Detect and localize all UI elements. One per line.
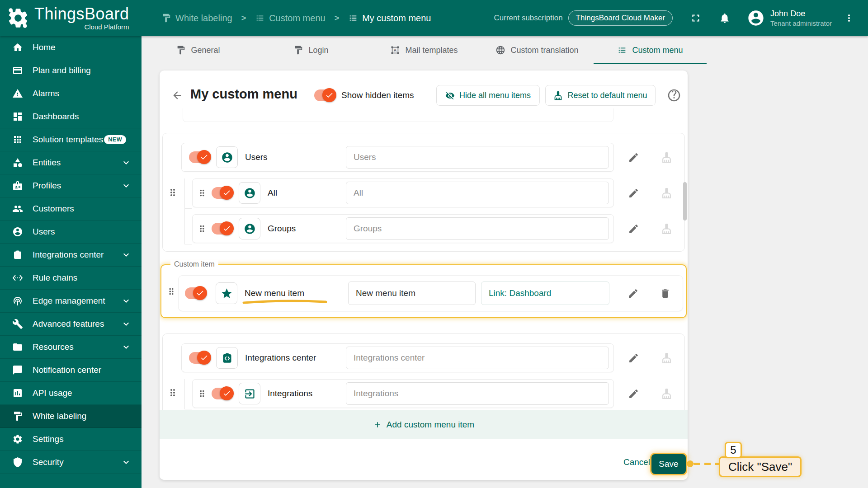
row-visibility-toggle[interactable]	[189, 151, 210, 163]
menu-item-icon-button[interactable]	[239, 218, 260, 239]
breadcrumb-custom-menu[interactable]: Custom menu	[255, 13, 326, 23]
hide-all-menu-items-button[interactable]: Hide all menu items	[436, 85, 540, 106]
drag-handle-icon[interactable]	[167, 187, 178, 198]
row-visibility-toggle[interactable]	[212, 223, 232, 235]
list-scrollbar[interactable]	[683, 182, 687, 221]
category-icon	[12, 157, 23, 168]
row-visibility-toggle[interactable]	[212, 388, 232, 399]
mailframe-icon: A	[390, 45, 400, 55]
subscription-badge[interactable]: ThingsBoard Cloud Maker	[568, 10, 673, 26]
row-visibility-toggle[interactable]	[185, 287, 206, 299]
sidebar-item-security[interactable]: Security	[0, 451, 142, 474]
user-role: Tenant administrator	[770, 19, 832, 27]
drag-handle-icon[interactable]	[167, 387, 178, 398]
home-icon	[12, 42, 23, 53]
breadcrumb-my-custom-menu[interactable]: My custom menu	[348, 13, 431, 23]
chevron-down-icon	[121, 157, 132, 168]
drag-handle-icon[interactable]	[197, 389, 207, 399]
tab-bar: GeneralLoginAMail templatesCustom transl…	[142, 36, 868, 64]
avatar[interactable]	[747, 9, 765, 27]
menu-item-link-input[interactable]	[481, 282, 609, 305]
page-title: My custom menu	[190, 87, 297, 102]
reset-row-icon	[661, 352, 672, 364]
menu-item-icon-button[interactable]	[239, 182, 260, 204]
tab-custom-translation[interactable]: Custom translation	[481, 36, 594, 64]
tab-general[interactable]: General	[142, 36, 255, 64]
build-icon	[12, 319, 23, 329]
sidebar-item-white-labeling[interactable]: White labeling	[0, 405, 142, 428]
drag-handle-icon[interactable]	[197, 188, 207, 198]
chevron-down-icon	[121, 457, 132, 468]
menu-item-icon-button[interactable]	[216, 146, 238, 168]
menu-row-groups: Groups	[192, 214, 684, 243]
reset-to-default-menu-button[interactable]: Reset to default menu	[545, 85, 656, 106]
add-custom-menu-item-button[interactable]: Add custom menu item	[160, 410, 688, 439]
notifications-bell-icon[interactable]	[719, 12, 731, 24]
drag-handle-icon[interactable]	[166, 286, 176, 296]
sidebar-item-advanced-features[interactable]: Advanced features	[0, 313, 142, 336]
edit-icon[interactable]	[627, 288, 639, 299]
breadcrumb-white-labeling[interactable]: White labeling	[161, 13, 232, 23]
chevron-down-icon	[121, 249, 132, 260]
menu-item-icon-button[interactable]	[239, 383, 260, 404]
menu-item-name-input[interactable]	[346, 382, 609, 405]
sidebar-item-users[interactable]: Users	[0, 221, 142, 244]
edit-icon[interactable]	[628, 223, 639, 235]
menu-items-list: Users All	[160, 108, 688, 410]
sidebar-item-profiles[interactable]: Profiles	[0, 174, 142, 197]
menu-item-name-input[interactable]	[346, 347, 609, 369]
sidebar-item-api-usage[interactable]: API usage	[0, 382, 142, 405]
annotation-step-number: 5	[725, 442, 742, 458]
cancel-button[interactable]: Cancel	[623, 457, 650, 467]
drag-handle-icon[interactable]	[197, 224, 207, 234]
sidebar-item-entities[interactable]: Entities	[0, 151, 142, 174]
logo-subtitle: Cloud Platform	[84, 23, 129, 31]
menu-item-icon-button[interactable]	[216, 282, 237, 304]
save-button[interactable]: Save	[651, 454, 686, 474]
person-icon	[244, 187, 256, 199]
menu-item-name-input[interactable]	[346, 146, 609, 169]
menu-item-name-input[interactable]	[348, 282, 476, 305]
menu-item-label: Groups	[268, 224, 296, 234]
edit-icon[interactable]	[628, 152, 639, 163]
tab-login[interactable]: Login	[255, 36, 368, 64]
gear-icon	[12, 434, 23, 445]
sidebar-item-alarms[interactable]: Alarms	[0, 82, 142, 105]
menu-item-name-input[interactable]	[346, 217, 609, 240]
delete-icon[interactable]	[660, 288, 671, 299]
fullscreen-icon[interactable]	[690, 12, 702, 24]
more-menu-icon[interactable]	[844, 13, 854, 23]
edit-icon[interactable]	[628, 388, 639, 399]
sidebar-item-notification-center[interactable]: Notification center	[0, 359, 142, 382]
menu-item-icon-button[interactable]	[216, 347, 238, 369]
sidebar-item-home[interactable]: Home	[0, 36, 142, 59]
user-info[interactable]: John Doe Tenant administrator	[770, 9, 832, 27]
row-visibility-toggle[interactable]	[212, 187, 232, 199]
sidebar-item-rule-chains[interactable]: Rule chains	[0, 267, 142, 290]
chevron-down-icon	[121, 342, 132, 352]
logo[interactable]: ThingsBoard Cloud Platform	[0, 0, 142, 36]
sidebar-item-settings[interactable]: Settings	[0, 428, 142, 451]
edit-icon[interactable]	[628, 352, 639, 364]
person-icon	[221, 151, 233, 164]
integration-icon	[12, 249, 23, 260]
list-icon	[617, 45, 627, 55]
breadcrumb-separator: >	[241, 14, 246, 23]
back-arrow-icon[interactable]	[171, 89, 183, 101]
sidebar-item-integrations-center[interactable]: Integrations center	[0, 244, 142, 267]
paint-icon	[12, 411, 23, 422]
exit-to-app-icon	[244, 388, 256, 400]
row-visibility-toggle[interactable]	[189, 352, 210, 364]
sidebar-item-plan-and-billing[interactable]: Plan and billing	[0, 59, 142, 82]
tab-custom-menu[interactable]: Custom menu	[594, 36, 707, 64]
sidebar-item-resources[interactable]: Resources	[0, 336, 142, 359]
show-hidden-toggle[interactable]	[314, 89, 335, 101]
tab-mail-templates[interactable]: AMail templates	[368, 36, 481, 64]
edit-icon[interactable]	[628, 188, 639, 199]
sidebar-item-solution-templates[interactable]: Solution templatesNEW	[0, 128, 142, 151]
sidebar-item-dashboards[interactable]: Dashboards	[0, 105, 142, 128]
sidebar-item-customers[interactable]: Customers	[0, 197, 142, 221]
sidebar-item-edge-management[interactable]: Edge management	[0, 290, 142, 313]
help-icon[interactable]	[667, 88, 681, 103]
menu-item-name-input[interactable]	[346, 182, 609, 204]
